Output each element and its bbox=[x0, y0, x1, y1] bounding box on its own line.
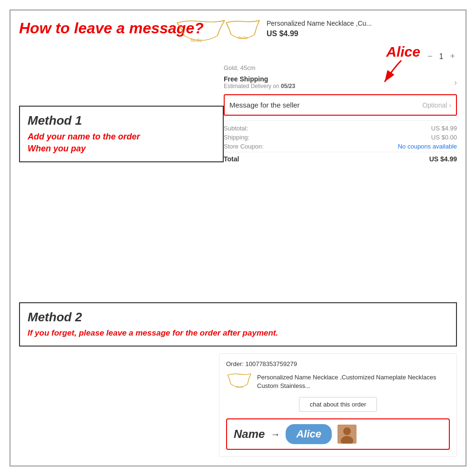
order-necklace-thumbnail: Stella bbox=[226, 372, 252, 391]
svg-text:Stella: Stella bbox=[236, 385, 243, 389]
subtotal-label: Subtotal: bbox=[224, 125, 248, 132]
outer-border: How to leave a message? Stella St bbox=[10, 10, 466, 466]
total-value: US $4.99 bbox=[429, 155, 457, 163]
message-seller-label: Message for the seller bbox=[229, 101, 300, 109]
alice-annotation: Alice bbox=[386, 44, 420, 60]
order-number: Order: 100778353759279 bbox=[226, 360, 450, 367]
method1-description: Add your name to the order When you pay bbox=[28, 131, 215, 155]
product-price: US $4.99 bbox=[267, 30, 457, 38]
necklace-top-image: Stella bbox=[172, 19, 229, 52]
quantity-value: 1 bbox=[439, 52, 444, 61]
total-label: Total bbox=[224, 155, 239, 163]
delivery-text: Estimated Delivery on 05/23 bbox=[224, 83, 295, 89]
message-seller-box[interactable]: Message for the seller Optional › bbox=[224, 94, 457, 116]
svg-text:Stella: Stella bbox=[238, 35, 248, 40]
product-info: Personalized Name Necklace ,Cu... US $4.… bbox=[267, 19, 457, 38]
svg-text:Stella: Stella bbox=[190, 37, 202, 43]
chat-about-order-button[interactable]: chat about this order bbox=[299, 397, 377, 412]
coupon-value[interactable]: No coupons available bbox=[398, 143, 457, 150]
shipping-info: Free Shipping Estimated Delivery on 05/2… bbox=[224, 75, 295, 89]
coupon-label: Store Coupon: bbox=[224, 143, 264, 150]
quantity-plus-button[interactable]: + bbox=[448, 51, 457, 61]
name-arrow-icon: → bbox=[270, 429, 280, 440]
chat-button-row: chat about this order bbox=[226, 397, 450, 412]
subtotal-row: Subtotal: US $4.99 bbox=[224, 125, 457, 132]
method2-title: Method 2 bbox=[28, 310, 448, 325]
product-area: Stella Personalized Name Necklace ,Cu...… bbox=[224, 19, 457, 165]
method1-title: Method 1 bbox=[28, 113, 215, 128]
coupon-row: Store Coupon: No coupons available bbox=[224, 143, 457, 150]
total-row: Total US $4.99 bbox=[224, 152, 457, 163]
shipping-label: Free Shipping bbox=[224, 75, 295, 83]
alice-arrow-icon bbox=[375, 58, 408, 91]
chevron-right-icon: › bbox=[449, 101, 451, 109]
order-product-row: Stella Personalized Name Necklace ,Custo… bbox=[226, 372, 450, 391]
product-thumbnail: Stella bbox=[224, 19, 262, 48]
alice-bubble: Alice bbox=[286, 424, 332, 444]
order-card: Order: 100778353759279 Stella Personaliz… bbox=[219, 353, 457, 457]
product-variant: Gold, 45cm bbox=[224, 64, 457, 71]
method2-box: Method 2 If you forget, please leave a m… bbox=[19, 302, 457, 347]
shipping-row: Free Shipping Estimated Delivery on 05/2… bbox=[224, 75, 457, 89]
name-bubble-row: Name → Alice bbox=[226, 418, 450, 450]
method2-section: Method 2 If you forget, please leave a m… bbox=[19, 302, 457, 457]
quantity-row: − 1 + bbox=[224, 51, 457, 61]
avatar bbox=[337, 425, 357, 444]
price-breakdown: Subtotal: US $4.99 Shipping: US $0.00 St… bbox=[224, 120, 457, 163]
order-product-name: Personalized Name Necklace ,Customized N… bbox=[257, 373, 450, 390]
quantity-minus-button[interactable]: − bbox=[426, 51, 435, 61]
shipping-price-row: Shipping: US $0.00 bbox=[224, 134, 457, 141]
subtotal-value: US $4.99 bbox=[431, 125, 457, 132]
product-name: Personalized Name Necklace ,Cu... bbox=[267, 19, 457, 28]
name-label: Name bbox=[234, 427, 265, 441]
shipping-price-value: US $0.00 bbox=[431, 134, 457, 141]
delivery-date: 05/23 bbox=[281, 83, 295, 89]
method2-description: If you forget, please leave a message fo… bbox=[28, 327, 448, 339]
product-header: Stella Personalized Name Necklace ,Cu...… bbox=[224, 19, 457, 48]
svg-point-5 bbox=[343, 427, 351, 435]
shipping-price-label: Shipping: bbox=[224, 134, 249, 141]
method1-box: Method 1 Add your name to the order When… bbox=[19, 106, 224, 162]
shipping-arrow-icon[interactable]: › bbox=[454, 78, 457, 88]
message-seller-optional: Optional › bbox=[422, 101, 451, 109]
